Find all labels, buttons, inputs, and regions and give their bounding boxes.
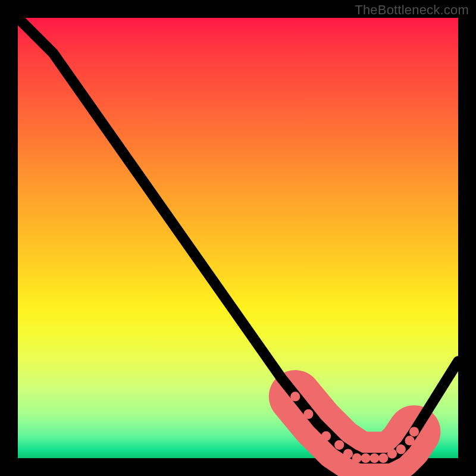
highlight-dot (290, 392, 300, 401)
plot-area (18, 18, 458, 458)
watermark-text: TheBottleneck.com (355, 2, 469, 18)
highlight-dot (343, 449, 353, 458)
highlight-dot (405, 436, 414, 445)
highlight-dot (396, 444, 406, 454)
highlight-dot (361, 453, 370, 463)
highlight-dot (321, 431, 331, 441)
highlight-dot (369, 453, 379, 463)
chart-frame: TheBottleneck.com (0, 0, 476, 476)
highlight-dot (378, 453, 388, 463)
highlight-dot (409, 427, 419, 436)
highlight-dot (303, 409, 313, 419)
highlight-dot (334, 440, 344, 450)
main-curve-path (18, 18, 458, 458)
highlight-dot (352, 453, 362, 463)
curve-svg (18, 18, 458, 458)
highlight-dot (387, 449, 397, 458)
